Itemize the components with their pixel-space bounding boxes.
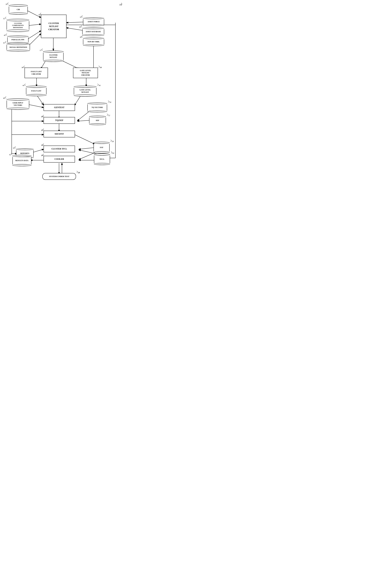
tfcl-label: TFCL (94, 156, 110, 163)
gln-ref-bracket (97, 84, 100, 86)
parallel-pin-cylinder: PARALLEL PIN 40 (7, 35, 29, 44)
cir-ref-bracket (6, 3, 9, 5)
tq-vectors-label: TQ VECTORS (87, 104, 107, 111)
cn-ref-bracket (40, 49, 43, 51)
sef2svf-label: SEF2SVF (55, 133, 64, 136)
signal-definition-label: SIGNAL DEFINITION (7, 45, 30, 50)
fault-list-cylinder: FAULT LIST 44 (26, 86, 46, 96)
cluster-tfcl-box: CLUSTER TFCL 24 (44, 146, 75, 152)
asset-database-label: ASSET DATABASE (82, 29, 104, 34)
cluster-netlist-label: CLUSTER NETLIST (43, 53, 64, 60)
gate-level-creator-label: GATE LEVEL NETLIST CREATOR (80, 70, 91, 76)
gate-level-netlist-cylinder: GATE LEVEL NETLIST 46 (74, 86, 96, 96)
user-input-vectors-label: USER INPUT VECTORS (7, 101, 29, 108)
gate-level-creator-box: GATE LEVEL NETLIST CREATOR 16 (73, 68, 98, 78)
gentest-box: GENTEST 18 (44, 104, 75, 111)
tqv-ref-bracket (108, 101, 111, 103)
sef-ref-bracket (107, 114, 110, 116)
fl-ref-bracket (23, 84, 26, 86)
system-under-test-label: SYSTEM UNDER TEST (49, 175, 69, 178)
svf-cylinder: SVF 58 (93, 142, 110, 153)
sef-label: SEF (89, 117, 106, 124)
rd-ref-bracket (10, 153, 12, 155)
sef2svf-ref-bracket (41, 129, 44, 131)
cluster-netlist-creator-label: CLUSTER NETLIST CREATOR (48, 22, 59, 31)
system-under-test-box: SYSTEM UNDER TEST 28 (42, 173, 76, 180)
pp-ref-bracket (4, 34, 7, 36)
user-input-vectors-cylinder: USER INPUT VECTORS 48 (7, 98, 29, 110)
adb-ref-bracket (79, 25, 82, 28)
tq-vectors-cylinder: TQ VECTORS 50 (87, 102, 107, 112)
sef-cylinder: SEF 52 (89, 116, 106, 125)
fault-list-creator-label: FAULT LIST CREATOR (31, 70, 42, 75)
sef2svf-box: SEF2SVF 22 (44, 131, 75, 137)
sd-ref-bracket (3, 41, 7, 43)
cooler-ref-bracket (41, 154, 44, 156)
signal-definition-cylinder: SIGNAL DEFINITION 42 (7, 43, 30, 52)
fault-list-label: FAULT LIST (26, 88, 46, 94)
diagram: 10 CIR 30 CLUSTER COMPONENTS DEFINITION … (0, 0, 126, 199)
cc-ref-bracket (3, 17, 7, 19)
svg-line-5 (67, 28, 85, 31)
cluster-components-cylinder: CLUSTER COMPONENTS DEFINITION 32 (7, 19, 29, 32)
parallel-pin-label: PARALLEL PIN (7, 37, 29, 42)
tq2sef-label: TQ2SEF (55, 119, 63, 122)
cluster-netlist-cylinder: CLUSTER NETLIST 13 (43, 51, 64, 62)
asset-force-label: ASSET FORCE (83, 19, 104, 24)
af-ref-bracket (80, 16, 83, 18)
fault-list-creator-box: FAULT LIST CREATOR 14 (25, 68, 48, 78)
glnc-ref-bracket (98, 66, 101, 68)
cir-cylinder: CIR 30 (9, 4, 28, 15)
flc-ref-bracket (22, 66, 25, 68)
svf-label: SVF (93, 144, 110, 151)
cir-label: CIR (9, 7, 28, 13)
tfcl-ref-bracket (110, 152, 114, 154)
cooler-box: COOLER 26 (44, 156, 75, 163)
tq2sef-box: TQ2SEF 20 (44, 117, 75, 124)
results-data-cylinder: RESULTS DATA 62 (12, 155, 31, 166)
cnc-ref-bracket (39, 13, 41, 15)
gentest-label: GENTEST (54, 106, 64, 109)
gate-level-netlist-label: GATE LEVEL NETLIST (74, 88, 96, 95)
svg-line-4 (67, 22, 85, 23)
svg-line-2 (27, 31, 41, 40)
cluster-tfcl-label: CLUSTER TFCL (51, 148, 67, 150)
svf-ref-bracket (110, 140, 113, 142)
cluster-components-label: CLUSTER COMPONENTS DEFINITION (7, 21, 29, 30)
cluster-netlist-creator-box: CLUSTER NETLIST CREATOR 12 (41, 15, 67, 38)
asset-database-cylinder: ASSET DATABASE 36 (82, 27, 104, 36)
asset-force-cylinder: ASSET FORCE 34 (83, 17, 104, 26)
svg-line-1 (28, 24, 41, 26)
svg-line-26 (75, 135, 95, 144)
tq2sef-ref-bracket (41, 115, 44, 117)
non-bs-vhdl-cylinder: NON-BS VHDL 38 (83, 37, 104, 46)
rpt-ref-bracket (13, 147, 16, 148)
sut-ref-bracket (76, 171, 80, 173)
nbs-ref-bracket (80, 36, 83, 38)
cooler-label: COOLER (54, 158, 64, 161)
gt-ref-bracket (41, 102, 44, 104)
tfcl-cylinder: TFCL 60 (94, 153, 110, 165)
ref-bracket (118, 2, 123, 6)
ctfcl-ref-bracket (41, 144, 44, 146)
non-bs-vhdl-label: NON-BS VHDL (83, 39, 104, 44)
uiv-ref-bracket (3, 96, 7, 99)
results-data-label: RESULTS DATA (12, 157, 31, 164)
